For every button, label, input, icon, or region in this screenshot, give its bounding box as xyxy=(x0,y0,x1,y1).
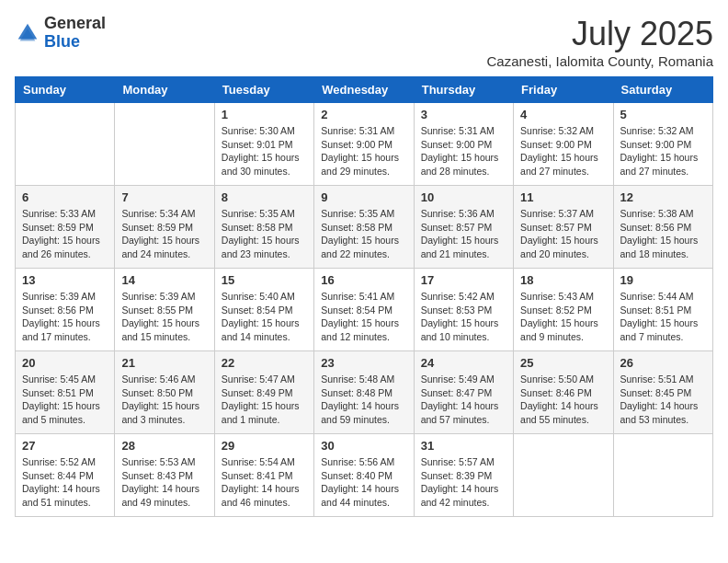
day-info: Sunrise: 5:31 AM Sunset: 9:00 PM Dayligh… xyxy=(421,124,506,178)
day-number: 24 xyxy=(421,356,506,370)
weekday-header-thursday: Thursday xyxy=(414,77,513,103)
day-info: Sunrise: 5:52 AM Sunset: 8:44 PM Dayligh… xyxy=(22,455,108,510)
page-header: General Blue July 2025 Cazanesti, Ialomi… xyxy=(15,15,713,69)
day-info: Sunrise: 5:38 AM Sunset: 8:56 PM Dayligh… xyxy=(620,207,706,261)
calendar-cell: 9Sunrise: 5:35 AM Sunset: 8:58 PM Daylig… xyxy=(314,186,414,269)
week-row-2: 6Sunrise: 5:33 AM Sunset: 8:59 PM Daylig… xyxy=(16,186,713,269)
day-info: Sunrise: 5:30 AM Sunset: 9:01 PM Dayligh… xyxy=(222,124,307,178)
day-info: Sunrise: 5:44 AM Sunset: 8:51 PM Dayligh… xyxy=(620,290,706,344)
day-number: 31 xyxy=(421,439,506,453)
calendar-cell: 3Sunrise: 5:31 AM Sunset: 9:00 PM Daylig… xyxy=(414,103,513,186)
day-info: Sunrise: 5:53 AM Sunset: 8:43 PM Dayligh… xyxy=(121,455,207,510)
calendar-cell: 24Sunrise: 5:49 AM Sunset: 8:47 PM Dayli… xyxy=(414,351,513,434)
calendar-cell: 1Sunrise: 5:30 AM Sunset: 9:01 PM Daylig… xyxy=(214,103,313,186)
day-info: Sunrise: 5:45 AM Sunset: 8:51 PM Dayligh… xyxy=(22,373,108,427)
calendar-cell: 20Sunrise: 5:45 AM Sunset: 8:51 PM Dayli… xyxy=(16,351,115,434)
calendar-cell: 19Sunrise: 5:44 AM Sunset: 8:51 PM Dayli… xyxy=(613,269,712,351)
day-info: Sunrise: 5:36 AM Sunset: 8:57 PM Dayligh… xyxy=(421,207,506,261)
day-number: 1 xyxy=(222,108,307,121)
calendar-cell: 25Sunrise: 5:50 AM Sunset: 8:46 PM Dayli… xyxy=(514,351,613,434)
day-number: 22 xyxy=(222,356,307,370)
day-number: 21 xyxy=(121,356,207,370)
calendar-cell: 8Sunrise: 5:35 AM Sunset: 8:58 PM Daylig… xyxy=(214,186,313,269)
calendar-cell xyxy=(115,103,214,186)
day-number: 19 xyxy=(620,273,706,287)
day-info: Sunrise: 5:42 AM Sunset: 8:53 PM Dayligh… xyxy=(421,290,506,344)
day-info: Sunrise: 5:56 AM Sunset: 8:40 PM Dayligh… xyxy=(321,455,406,510)
day-number: 5 xyxy=(620,108,706,121)
day-info: Sunrise: 5:50 AM Sunset: 8:46 PM Dayligh… xyxy=(520,373,606,427)
calendar-cell: 11Sunrise: 5:37 AM Sunset: 8:57 PM Dayli… xyxy=(514,186,613,269)
calendar-cell: 4Sunrise: 5:32 AM Sunset: 9:00 PM Daylig… xyxy=(514,103,613,186)
weekday-header-sunday: Sunday xyxy=(16,77,115,103)
calendar-cell: 31Sunrise: 5:57 AM Sunset: 8:39 PM Dayli… xyxy=(414,434,513,517)
day-info: Sunrise: 5:46 AM Sunset: 8:50 PM Dayligh… xyxy=(121,373,207,427)
calendar-cell xyxy=(514,434,613,517)
calendar-cell: 18Sunrise: 5:43 AM Sunset: 8:52 PM Dayli… xyxy=(514,269,613,351)
day-info: Sunrise: 5:40 AM Sunset: 8:54 PM Dayligh… xyxy=(222,290,307,344)
weekday-header-saturday: Saturday xyxy=(613,77,712,103)
calendar-cell: 27Sunrise: 5:52 AM Sunset: 8:44 PM Dayli… xyxy=(16,434,115,517)
logo-text: General Blue xyxy=(44,15,106,52)
logo-general: General xyxy=(44,14,106,32)
calendar-cell: 23Sunrise: 5:48 AM Sunset: 8:48 PM Dayli… xyxy=(314,351,414,434)
calendar-cell: 13Sunrise: 5:39 AM Sunset: 8:56 PM Dayli… xyxy=(16,269,115,351)
week-row-3: 13Sunrise: 5:39 AM Sunset: 8:56 PM Dayli… xyxy=(16,269,713,351)
day-info: Sunrise: 5:31 AM Sunset: 9:00 PM Dayligh… xyxy=(321,124,406,178)
day-number: 23 xyxy=(321,356,406,370)
day-info: Sunrise: 5:37 AM Sunset: 8:57 PM Dayligh… xyxy=(520,207,606,261)
day-info: Sunrise: 5:57 AM Sunset: 8:39 PM Dayligh… xyxy=(421,455,506,510)
logo: General Blue xyxy=(15,15,106,52)
day-number: 27 xyxy=(22,439,108,453)
day-number: 13 xyxy=(22,273,108,287)
day-number: 7 xyxy=(121,190,207,204)
day-number: 2 xyxy=(321,108,406,121)
day-info: Sunrise: 5:49 AM Sunset: 8:47 PM Dayligh… xyxy=(421,373,506,427)
day-info: Sunrise: 5:41 AM Sunset: 8:54 PM Dayligh… xyxy=(321,290,406,344)
weekday-header-friday: Friday xyxy=(514,77,613,103)
day-info: Sunrise: 5:47 AM Sunset: 8:49 PM Dayligh… xyxy=(222,373,307,427)
calendar-cell: 28Sunrise: 5:53 AM Sunset: 8:43 PM Dayli… xyxy=(115,434,214,517)
day-number: 20 xyxy=(22,356,108,370)
day-info: Sunrise: 5:39 AM Sunset: 8:55 PM Dayligh… xyxy=(121,290,207,344)
week-row-4: 20Sunrise: 5:45 AM Sunset: 8:51 PM Dayli… xyxy=(16,351,713,434)
day-number: 15 xyxy=(222,273,307,287)
day-number: 25 xyxy=(520,356,606,370)
calendar-cell: 6Sunrise: 5:33 AM Sunset: 8:59 PM Daylig… xyxy=(16,186,115,269)
day-number: 11 xyxy=(520,190,606,204)
day-info: Sunrise: 5:43 AM Sunset: 8:52 PM Dayligh… xyxy=(520,290,606,344)
calendar-cell: 30Sunrise: 5:56 AM Sunset: 8:40 PM Dayli… xyxy=(314,434,414,517)
month-title: July 2025 xyxy=(486,15,713,53)
weekday-header-wednesday: Wednesday xyxy=(314,77,414,103)
title-block: July 2025 Cazanesti, Ialomita County, Ro… xyxy=(486,15,713,69)
calendar-cell: 15Sunrise: 5:40 AM Sunset: 8:54 PM Dayli… xyxy=(214,269,313,351)
week-row-1: 1Sunrise: 5:30 AM Sunset: 9:01 PM Daylig… xyxy=(16,103,713,186)
weekday-header-tuesday: Tuesday xyxy=(214,77,313,103)
day-info: Sunrise: 5:33 AM Sunset: 8:59 PM Dayligh… xyxy=(22,207,108,261)
day-number: 3 xyxy=(421,108,506,121)
calendar-cell: 10Sunrise: 5:36 AM Sunset: 8:57 PM Dayli… xyxy=(414,186,513,269)
day-number: 26 xyxy=(620,356,706,370)
calendar-cell xyxy=(16,103,115,186)
header-row: SundayMondayTuesdayWednesdayThursdayFrid… xyxy=(16,77,713,103)
day-info: Sunrise: 5:34 AM Sunset: 8:59 PM Dayligh… xyxy=(121,207,207,261)
day-number: 10 xyxy=(421,190,506,204)
day-info: Sunrise: 5:51 AM Sunset: 8:45 PM Dayligh… xyxy=(620,373,706,427)
logo-blue: Blue xyxy=(44,32,80,51)
day-number: 9 xyxy=(321,190,406,204)
calendar-table: SundayMondayTuesdayWednesdayThursdayFrid… xyxy=(15,76,713,517)
week-row-5: 27Sunrise: 5:52 AM Sunset: 8:44 PM Dayli… xyxy=(16,434,713,517)
day-info: Sunrise: 5:32 AM Sunset: 9:00 PM Dayligh… xyxy=(620,124,706,178)
day-number: 17 xyxy=(421,273,506,287)
day-number: 6 xyxy=(22,190,108,204)
calendar-cell: 5Sunrise: 5:32 AM Sunset: 9:00 PM Daylig… xyxy=(613,103,712,186)
day-number: 4 xyxy=(520,108,606,121)
logo-icon xyxy=(15,20,40,46)
day-number: 28 xyxy=(121,439,207,453)
calendar-cell: 2Sunrise: 5:31 AM Sunset: 9:00 PM Daylig… xyxy=(314,103,414,186)
calendar-cell: 14Sunrise: 5:39 AM Sunset: 8:55 PM Dayli… xyxy=(115,269,214,351)
day-number: 16 xyxy=(321,273,406,287)
calendar-cell: 16Sunrise: 5:41 AM Sunset: 8:54 PM Dayli… xyxy=(314,269,414,351)
day-info: Sunrise: 5:54 AM Sunset: 8:41 PM Dayligh… xyxy=(222,455,307,510)
day-info: Sunrise: 5:35 AM Sunset: 8:58 PM Dayligh… xyxy=(222,207,307,261)
